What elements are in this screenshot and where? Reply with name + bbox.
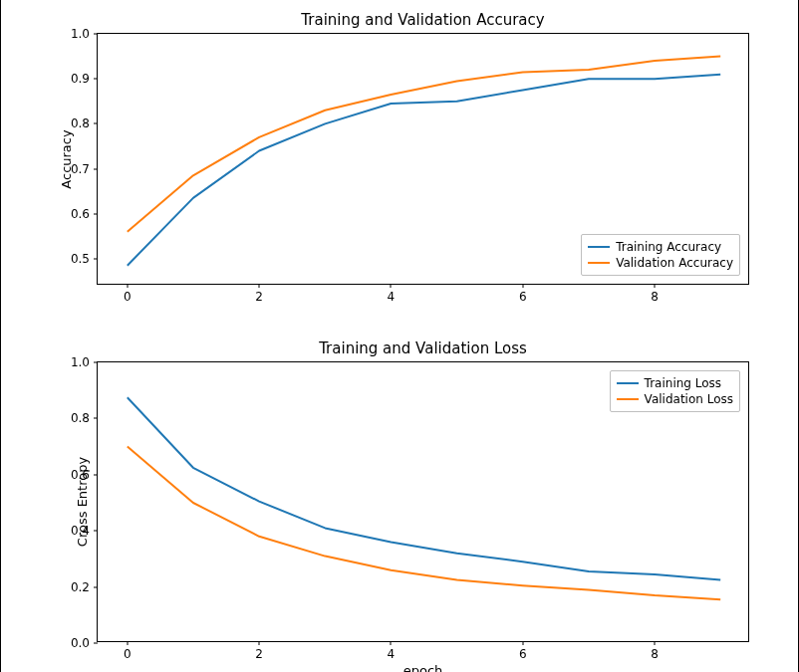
accuracy-subplot: Training and Validation Accuracy Accurac… (97, 33, 749, 285)
y-tick-label: 0.4 (71, 524, 90, 538)
chart-title: Training and Validation Accuracy (97, 11, 749, 29)
legend-label: Validation Loss (645, 391, 733, 407)
y-axis-label: Accuracy (59, 129, 74, 188)
y-tick-label: 0.5 (71, 252, 90, 266)
legend-item-validation-loss: Validation Loss (617, 391, 733, 407)
x-tick-label: 2 (255, 290, 263, 304)
x-tick-label: 2 (255, 647, 263, 661)
x-tick-label: 0 (124, 290, 132, 304)
x-tick-label: 6 (519, 290, 527, 304)
data-line (128, 57, 720, 232)
legend-label: Training Loss (645, 375, 721, 391)
x-tick-label: 0 (124, 647, 132, 661)
y-tick-label: 0.2 (71, 580, 90, 594)
y-tick-label: 1.0 (71, 355, 90, 369)
data-line (128, 447, 720, 600)
line-swatch-icon (617, 398, 639, 400)
data-line (128, 397, 720, 579)
legend-item-training-loss: Training Loss (617, 375, 733, 391)
line-swatch-icon (588, 246, 610, 248)
x-tick-label: 4 (388, 647, 396, 661)
y-tick-label: 0.7 (71, 162, 90, 176)
y-tick-label: 0.9 (71, 72, 90, 86)
legend-label: Validation Accuracy (616, 255, 733, 271)
x-tick-label: 8 (651, 290, 659, 304)
chart-title: Training and Validation Loss (97, 339, 749, 357)
plot-area: 0.50.60.70.80.91.0 02468 Training Accura… (97, 33, 749, 285)
figure: Training and Validation Accuracy Accurac… (0, 0, 799, 672)
legend-item-training-accuracy: Training Accuracy (588, 239, 733, 255)
legend-label: Training Accuracy (616, 239, 721, 255)
plot-area: 0.00.20.40.60.81.0 02468 Training Loss V… (97, 361, 749, 642)
legend: Training Accuracy Validation Accuracy (581, 234, 740, 276)
y-tick-label: 1.0 (71, 27, 90, 41)
line-swatch-icon (588, 262, 610, 264)
loss-subplot: Training and Validation Loss Cross Entro… (97, 361, 749, 642)
y-tick-label: 0.6 (71, 207, 90, 221)
y-tick-label: 0.6 (71, 468, 90, 482)
legend: Training Loss Validation Loss (610, 370, 740, 412)
y-tick-label: 0.8 (71, 411, 90, 425)
y-tick-label: 0.8 (71, 116, 90, 130)
x-tick-label: 4 (388, 290, 396, 304)
x-axis-label: epoch (97, 663, 749, 672)
x-tick-label: 8 (651, 647, 659, 661)
y-tick-label: 0.0 (71, 636, 90, 650)
legend-item-validation-accuracy: Validation Accuracy (588, 255, 733, 271)
line-swatch-icon (617, 382, 639, 384)
x-tick-label: 6 (519, 647, 527, 661)
